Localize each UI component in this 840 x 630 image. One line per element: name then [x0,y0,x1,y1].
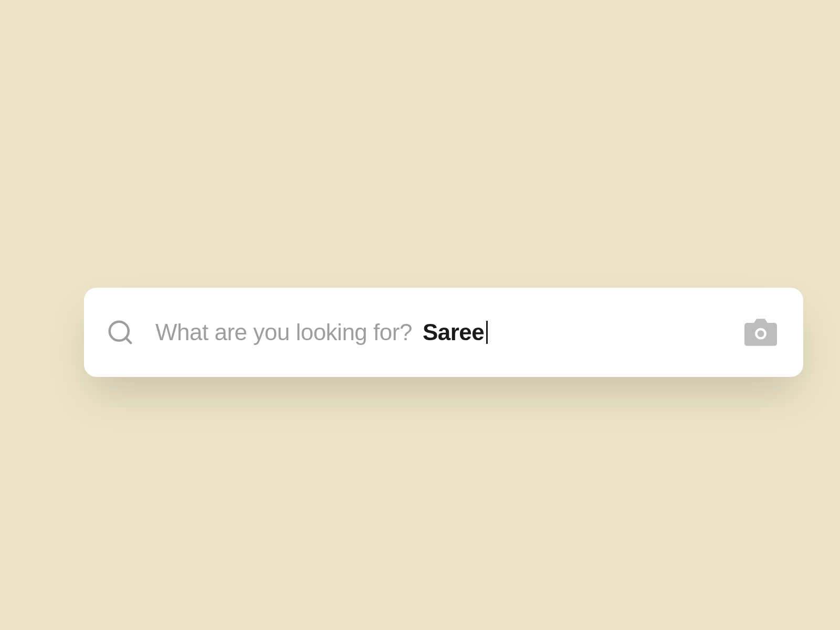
search-placeholder: What are you looking for? [155,319,412,345]
search-input[interactable]: What are you looking for? Saree [155,319,744,345]
search-bar[interactable]: What are you looking for? Saree [84,288,803,377]
camera-icon[interactable] [744,318,777,346]
search-value: Saree [423,319,488,345]
svg-line-1 [125,338,131,343]
svg-point-3 [758,330,764,337]
search-icon [106,318,134,346]
text-cursor [486,321,488,344]
